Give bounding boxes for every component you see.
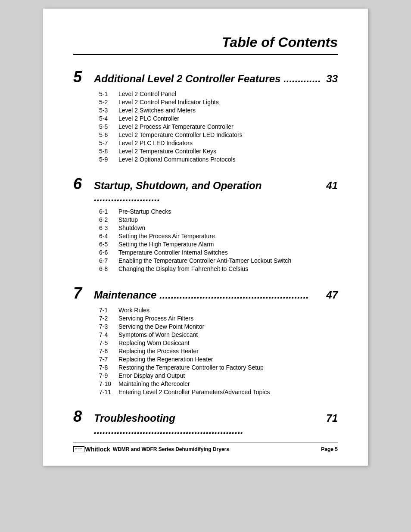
- entry-text: Replacing the Process Heater: [118, 348, 199, 355]
- chapter-title: Maintenance ............................…: [94, 289, 323, 301]
- toc-entry: 7-8Restoring the Temperature Controller …: [99, 364, 338, 371]
- title-rule: [73, 54, 338, 55]
- entry-text: Startup: [118, 216, 138, 223]
- entry-text: Replacing Worn Desiccant: [118, 339, 190, 346]
- entry-text: Error Display and Output: [118, 372, 185, 379]
- toc-entry: 7-10Maintaining the Aftercooler: [99, 380, 338, 387]
- entry-number: 5-2: [99, 99, 118, 106]
- toc-entry: 5-1Level 2 Control Panel: [99, 90, 338, 97]
- chapter-6: 6Startup, Shutdown, and Operation ......…: [73, 175, 338, 272]
- toc-entry: 7-3Servicing the Dew Point Monitor: [99, 323, 338, 330]
- toc-entry: 6-4Setting the Process Air Temperature: [99, 233, 338, 240]
- toc-entry: 7-9Error Display and Output: [99, 372, 338, 379]
- toc-entry: 5-2Level 2 Control Panel Indicator Light…: [99, 99, 338, 106]
- toc-entry: 6-2Startup: [99, 216, 338, 223]
- entry-text: Servicing Process Air Filters: [118, 315, 193, 322]
- entry-number: 7-3: [99, 323, 118, 330]
- entry-number: 6-5: [99, 241, 118, 248]
- chapter-heading-7: 7Maintenance ...........................…: [73, 284, 338, 302]
- entry-text: Level 2 Temperature Controller LED Indic…: [118, 131, 243, 138]
- chapter-page-number: 41: [326, 180, 338, 192]
- entry-text: Level 2 PLC Controller: [118, 115, 179, 122]
- entry-number: 6-2: [99, 216, 118, 223]
- entry-text: Level 2 Temperature Controller Keys: [118, 148, 216, 155]
- entry-text: Level 2 PLC LED Indicators: [118, 140, 193, 146]
- chapter-number: 7: [73, 284, 90, 302]
- chapter-8: 8Troubleshooting .......................…: [73, 408, 338, 436]
- toc-entry: 6-7Enabling the Temperature Controller A…: [99, 257, 338, 264]
- footer: ≡≡≡ Whitlock WDMR and WDFR Series Dehumi…: [73, 442, 338, 453]
- toc-entry: 5-5Level 2 Process Air Temperature Contr…: [99, 123, 338, 130]
- toc-entry: 7-4Symptoms of Worn Desiccant: [99, 331, 338, 338]
- toc-entry: 7-6Replacing the Process Heater: [99, 348, 338, 355]
- toc-entry: 5-6Level 2 Temperature Controller LED In…: [99, 131, 338, 138]
- chapter-page-number: 33: [326, 73, 338, 85]
- entry-number: 5-1: [99, 90, 118, 97]
- entry-text: Level 2 Process Air Temperature Controll…: [118, 123, 234, 130]
- entry-text: Servicing the Dew Point Monitor: [118, 323, 204, 330]
- toc-entry: 5-3Level 2 Switches and Meters: [99, 107, 338, 114]
- toc-entries-5: 5-1Level 2 Control Panel5-2Level 2 Contr…: [99, 90, 338, 163]
- entry-number: 7-7: [99, 356, 118, 363]
- toc-entry: 7-5Replacing Worn Desiccant: [99, 339, 338, 346]
- entry-text: Maintaining the Aftercooler: [118, 380, 190, 387]
- chapter-7: 7Maintenance ...........................…: [73, 284, 338, 395]
- entry-number: 5-6: [99, 131, 118, 138]
- entry-number: 5-8: [99, 148, 118, 155]
- entry-number: 6-3: [99, 224, 118, 231]
- entry-number: 7-9: [99, 372, 118, 379]
- toc-entry: 5-4Level 2 PLC Controller: [99, 115, 338, 122]
- entry-text: Enabling the Temperature Controller Anti…: [118, 257, 291, 264]
- footer-left: ≡≡≡ Whitlock WDMR and WDFR Series Dehumi…: [73, 446, 229, 453]
- entry-number: 6-7: [99, 257, 118, 264]
- entry-text: Setting the Process Air Temperature: [118, 233, 215, 240]
- page-title: Table of Contents: [222, 34, 338, 50]
- toc-entries-6: 6-1Pre-Startup Checks6-2Startup6-3Shutdo…: [99, 208, 338, 272]
- chapter-page-number: 71: [326, 412, 338, 424]
- entry-number: 5-3: [99, 107, 118, 114]
- toc-entry: 6-6Temperature Controller Internal Switc…: [99, 249, 338, 256]
- toc-entry: 6-3Shutdown: [99, 224, 338, 231]
- entry-number: 6-6: [99, 249, 118, 256]
- entry-text: Restoring the Temperature Controller to …: [118, 364, 264, 371]
- title-section: Table of Contents: [73, 34, 338, 50]
- entry-number: 6-4: [99, 233, 118, 240]
- entry-number: 5-7: [99, 140, 118, 146]
- entry-number: 6-8: [99, 265, 118, 272]
- entry-text: Level 2 Switches and Meters: [118, 107, 196, 114]
- entry-text: Changing the Display from Fahrenheit to …: [118, 265, 248, 272]
- footer-product: WDMR and WDFR Series Dehumidifying Dryer…: [113, 446, 229, 452]
- chapter-number: 5: [73, 68, 90, 86]
- entry-text: Work Rules: [118, 307, 149, 314]
- toc-entry: 5-8Level 2 Temperature Controller Keys: [99, 148, 338, 155]
- entry-number: 7-11: [99, 389, 118, 395]
- entry-text: Entering Level 2 Controller Parameters/A…: [118, 389, 270, 395]
- footer-logo: ≡≡≡ Whitlock: [73, 446, 110, 453]
- logo-mark: ≡≡≡: [73, 446, 84, 452]
- entry-number: 5-5: [99, 123, 118, 130]
- entry-number: 7-6: [99, 348, 118, 355]
- entry-text: Pre-Startup Checks: [118, 208, 171, 215]
- entry-number: 5-4: [99, 115, 118, 122]
- toc-entry: 7-1Work Rules: [99, 307, 338, 314]
- entry-number: 6-1: [99, 208, 118, 215]
- toc-entry: 6-5Setting the High Temperature Alarm: [99, 241, 338, 248]
- chapter-number: 6: [73, 175, 90, 193]
- toc-entry: 5-9Level 2 Optional Communications Proto…: [99, 156, 338, 163]
- toc-entries-7: 7-1Work Rules7-2Servicing Process Air Fi…: [99, 307, 338, 395]
- toc-entry: 7-7Replacing the Regeneration Heater: [99, 356, 338, 363]
- chapter-title: Additional Level 2 Controller Features .…: [94, 73, 323, 85]
- entry-text: Level 2 Optional Communications Protocol…: [118, 156, 236, 163]
- toc-entry: 5-7Level 2 PLC LED Indicators: [99, 140, 338, 146]
- chapter-title: Troubleshooting ........................…: [94, 412, 323, 436]
- chapter-5: 5Additional Level 2 Controller Features …: [73, 68, 338, 163]
- entry-number: 7-8: [99, 364, 118, 371]
- page: Table of Contents 5Additional Level 2 Co…: [43, 9, 368, 466]
- entry-text: Shutdown: [118, 224, 145, 231]
- chapter-heading-8: 8Troubleshooting .......................…: [73, 408, 338, 436]
- toc-entry: 6-8Changing the Display from Fahrenheit …: [99, 265, 338, 272]
- entry-number: 5-9: [99, 156, 118, 163]
- entry-text: Replacing the Regeneration Heater: [118, 356, 213, 363]
- footer-page-number: Page 5: [321, 446, 338, 452]
- entry-number: 7-4: [99, 331, 118, 338]
